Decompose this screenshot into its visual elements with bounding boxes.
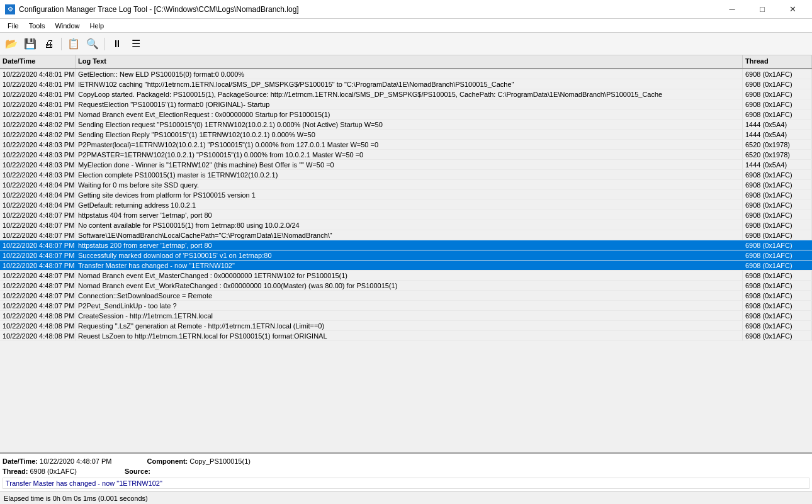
cell-logtext: GetElection:: New ELD PS100015(0) format… bbox=[76, 69, 743, 79]
cell-logtext: Nomad Branch event Evt_WorkRateChanged :… bbox=[76, 281, 743, 290]
table-row[interactable]: 10/22/2020 4:48:04 PMGetDefault: returni… bbox=[0, 200, 812, 210]
cell-logtext: Successfully marked download of 'PS10001… bbox=[76, 250, 743, 260]
find-button[interactable]: 🔍 bbox=[84, 35, 101, 53]
table-row[interactable]: 10/22/2020 4:48:03 PMP2Pmaster(local)=1E… bbox=[0, 140, 812, 150]
table-row[interactable]: 10/22/2020 4:48:07 PMNomad Branch event … bbox=[0, 281, 812, 291]
minimize-button[interactable]: ─ bbox=[718, 0, 747, 19]
table-row[interactable]: 10/22/2020 4:48:07 PMhttpstatus 404 from… bbox=[0, 210, 812, 220]
pause-button[interactable]: ⏸ bbox=[108, 35, 126, 53]
cell-datetime: 10/22/2020 4:48:07 PM bbox=[0, 210, 76, 220]
table-row[interactable]: 10/22/2020 4:48:04 PMWaiting for 0 ms be… bbox=[0, 180, 812, 190]
cell-logtext: httpstatus 404 from server '1etrnap', po… bbox=[76, 210, 743, 220]
status-text: Elapsed time is 0h 0m 0s 1ms (0.001 seco… bbox=[4, 495, 148, 502]
table-row[interactable]: 10/22/2020 4:48:01 PMRequestElection "PS… bbox=[0, 99, 812, 109]
cell-thread: 6908 (0x1AFC) bbox=[743, 250, 812, 260]
table-row[interactable]: 10/22/2020 4:48:07 PMTransfer Master has… bbox=[0, 260, 812, 271]
cell-datetime: 10/22/2020 4:48:07 PM bbox=[0, 291, 76, 300]
cell-datetime: 10/22/2020 4:48:07 PM bbox=[0, 250, 76, 260]
toolbar-sep-1 bbox=[61, 38, 62, 50]
cell-datetime: 10/22/2020 4:48:02 PM bbox=[0, 130, 76, 139]
cell-thread: 6908 (0x1AFC) bbox=[743, 230, 812, 240]
table-row[interactable]: 10/22/2020 4:48:02 PMSending Election re… bbox=[0, 120, 812, 130]
cell-thread: 6908 (0x1AFC) bbox=[743, 89, 812, 99]
cell-logtext: Requesting ".LsZ" generation at Remote -… bbox=[76, 321, 743, 330]
cell-logtext: No content available for PS100015(1) fro… bbox=[76, 220, 743, 230]
view-button[interactable]: ☰ bbox=[127, 35, 145, 53]
menu-tools[interactable]: Tools bbox=[24, 19, 50, 32]
table-row[interactable]: 10/22/2020 4:48:07 PMNo content availabl… bbox=[0, 220, 812, 230]
cell-logtext: Sending Election Reply "PS100015"(1) 1ET… bbox=[76, 130, 743, 139]
table-row[interactable]: 10/22/2020 4:48:03 PMMyElection done - W… bbox=[0, 160, 812, 170]
cell-datetime: 10/22/2020 4:48:07 PM bbox=[0, 240, 76, 250]
cell-datetime: 10/22/2020 4:48:01 PM bbox=[0, 79, 76, 89]
title-bar-text: Configuration Manager Trace Log Tool - [… bbox=[19, 5, 718, 14]
cell-thread: 6908 (0x1AFC) bbox=[743, 170, 812, 179]
cell-datetime: 10/22/2020 4:48:01 PM bbox=[0, 109, 76, 119]
save-button[interactable]: 💾 bbox=[21, 35, 39, 53]
cell-datetime: 10/22/2020 4:48:08 PM bbox=[0, 311, 76, 320]
table-row[interactable]: 10/22/2020 4:48:07 PMConnection::SetDown… bbox=[0, 291, 812, 301]
menu-bar: File Tools Window Help bbox=[0, 19, 812, 33]
copy-button[interactable]: 📋 bbox=[65, 35, 82, 53]
menu-help[interactable]: Help bbox=[85, 19, 110, 32]
table-row[interactable]: 10/22/2020 4:48:08 PMRequesting ".LsZ" g… bbox=[0, 321, 812, 331]
table-row[interactable]: 10/22/2020 4:48:07 PMP2Pevt_SendLinkUp -… bbox=[0, 301, 812, 311]
cell-thread: 6520 (0x1978) bbox=[743, 150, 812, 159]
header-datetime: Date/Time bbox=[0, 55, 76, 68]
cell-thread: 6908 (0x1AFC) bbox=[743, 301, 812, 310]
cell-thread: 1444 (0x5A4) bbox=[743, 130, 812, 139]
open-button[interactable]: 📂 bbox=[3, 35, 20, 53]
log-body[interactable]: 10/22/2020 4:48:01 PMGetElection:: New E… bbox=[0, 69, 812, 452]
cell-datetime: 10/22/2020 4:48:01 PM bbox=[0, 89, 76, 99]
cell-datetime: 10/22/2020 4:48:08 PM bbox=[0, 321, 76, 330]
log-container: Date/Time Log Text Thread 10/22/2020 4:4… bbox=[0, 55, 812, 452]
app-icon: ⚙ bbox=[5, 4, 15, 14]
cell-datetime: 10/22/2020 4:48:07 PM bbox=[0, 260, 76, 270]
table-row[interactable]: 10/22/2020 4:48:01 PMNomad Branch event … bbox=[0, 109, 812, 120]
cell-logtext: Sending Election request "PS100015"(0) 1… bbox=[76, 120, 743, 129]
cell-datetime: 10/22/2020 4:48:03 PM bbox=[0, 170, 76, 179]
table-row[interactable]: 10/22/2020 4:48:01 PMGetElection:: New E… bbox=[0, 69, 812, 79]
table-row[interactable]: 10/22/2020 4:48:08 PMReuest LsZoen to ht… bbox=[0, 331, 812, 341]
cell-datetime: 10/22/2020 4:48:07 PM bbox=[0, 271, 76, 280]
header-thread: Thread bbox=[743, 55, 812, 68]
cell-thread: 6908 (0x1AFC) bbox=[743, 99, 812, 109]
detail-panel: Date/Time: 10/22/2020 4:48:07 PM Compone… bbox=[0, 452, 812, 491]
table-row[interactable]: 10/22/2020 4:48:03 PMP2PMASTER=1ETRNW102… bbox=[0, 150, 812, 160]
header-logtext: Log Text bbox=[76, 55, 743, 68]
table-row[interactable]: 10/22/2020 4:48:02 PMSending Election Re… bbox=[0, 130, 812, 140]
component-label: Component: bbox=[147, 457, 188, 465]
cell-thread: 6908 (0x1AFC) bbox=[743, 240, 812, 250]
menu-window[interactable]: Window bbox=[50, 19, 84, 32]
cell-thread: 6908 (0x1AFC) bbox=[743, 109, 812, 119]
table-row[interactable]: 10/22/2020 4:48:07 PMhttpstatus 200 from… bbox=[0, 240, 812, 250]
cell-logtext: Waiting for 0 ms before site SSD query. bbox=[76, 180, 743, 189]
cell-thread: 6908 (0x1AFC) bbox=[743, 180, 812, 189]
cell-datetime: 10/22/2020 4:48:02 PM bbox=[0, 120, 76, 129]
table-row[interactable]: 10/22/2020 4:48:07 PMSoftware\1E\NomadBr… bbox=[0, 230, 812, 240]
table-row[interactable]: 10/22/2020 4:48:07 PMSuccessfully marked… bbox=[0, 250, 812, 260]
cell-thread: 1444 (0x5A4) bbox=[743, 120, 812, 129]
menu-file[interactable]: File bbox=[3, 19, 24, 32]
log-header: Date/Time Log Text Thread bbox=[0, 55, 812, 69]
table-row[interactable]: 10/22/2020 4:48:01 PMIETRNW102 caching "… bbox=[0, 79, 812, 89]
cell-datetime: 10/22/2020 4:48:04 PM bbox=[0, 200, 76, 210]
cell-logtext: IETRNW102 caching "http://1etrncm.1ETRN.… bbox=[76, 79, 743, 89]
cell-thread: 6908 (0x1AFC) bbox=[743, 291, 812, 300]
print-button[interactable]: 🖨 bbox=[40, 35, 58, 53]
cell-logtext: Getting site devices from platform for P… bbox=[76, 190, 743, 199]
table-row[interactable]: 10/22/2020 4:48:04 PMGetting site device… bbox=[0, 190, 812, 200]
cell-logtext: Nomad Branch event Evt_MasterChanged : 0… bbox=[76, 271, 743, 280]
table-row[interactable]: 10/22/2020 4:48:01 PMCopyLoop started. P… bbox=[0, 89, 812, 99]
maximize-button[interactable]: □ bbox=[748, 0, 777, 19]
table-row[interactable]: 10/22/2020 4:48:08 PMCreateSession - htt… bbox=[0, 311, 812, 321]
cell-datetime: 10/22/2020 4:48:08 PM bbox=[0, 331, 76, 340]
table-row[interactable]: 10/22/2020 4:48:07 PMNomad Branch event … bbox=[0, 271, 812, 281]
cell-thread: 6908 (0x1AFC) bbox=[743, 200, 812, 210]
cell-logtext: P2Pmaster(local)=1ETRNW102(10.0.2.1) "PS… bbox=[76, 140, 743, 149]
cell-datetime: 10/22/2020 4:48:01 PM bbox=[0, 69, 76, 79]
cell-thread: 6908 (0x1AFC) bbox=[743, 321, 812, 330]
close-button[interactable]: ✕ bbox=[778, 0, 807, 19]
status-bar: Elapsed time is 0h 0m 0s 1ms (0.001 seco… bbox=[0, 491, 812, 504]
table-row[interactable]: 10/22/2020 4:48:03 PMElection complete P… bbox=[0, 170, 812, 180]
